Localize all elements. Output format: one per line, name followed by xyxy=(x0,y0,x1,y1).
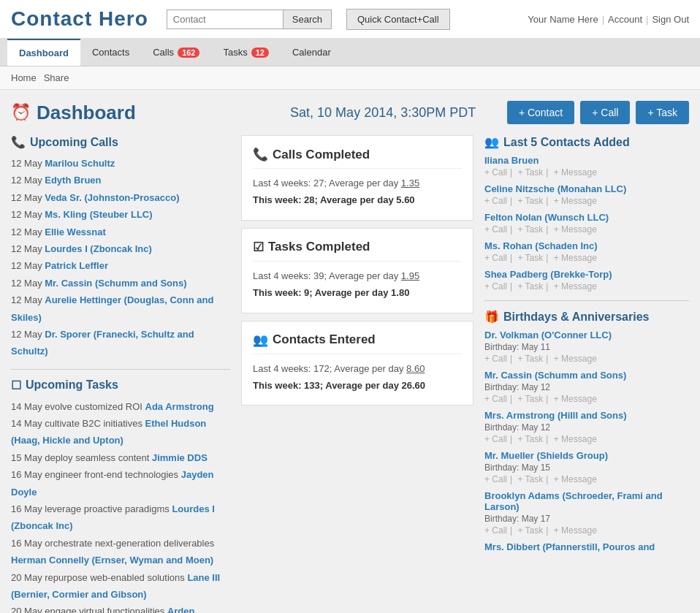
call-action[interactable]: + Call xyxy=(484,354,507,364)
calls-stat1: Last 4 weeks: 27; Average per day 1.35 xyxy=(253,175,462,191)
contact-actions: + Call| + Task| + Message xyxy=(484,474,689,484)
add-contact-button[interactable]: + Contact xyxy=(507,101,574,124)
call-action[interactable]: + Call xyxy=(484,281,507,292)
breadcrumb: Home Share xyxy=(0,66,700,90)
middle-column: 📞 Calls Completed Last 4 weeks: 27; Aver… xyxy=(241,135,473,413)
message-action[interactable]: + Message xyxy=(554,167,597,178)
contact-name-link[interactable]: Celine Nitzsche (Monahan LLC) xyxy=(484,183,689,194)
add-call-button[interactable]: + Call xyxy=(580,101,630,124)
checkmark-icon: ☑ xyxy=(253,240,264,255)
upcoming-calls-title: 📞 Upcoming Calls xyxy=(11,135,230,149)
birthday-item: Dr. Volkman (O'Conner LLC) Birthday: May… xyxy=(484,330,689,364)
separator: | xyxy=(646,14,648,25)
quick-contact-call-button[interactable]: Quick Contact+Call xyxy=(346,9,450,30)
call-action[interactable]: + Call xyxy=(484,525,507,536)
birthday-date: Birthday: May 12 xyxy=(484,382,689,392)
task-action[interactable]: + Task xyxy=(517,525,543,536)
message-action[interactable]: + Message xyxy=(554,354,597,364)
calls-completed-title: 📞 Calls Completed xyxy=(253,147,462,169)
user-nav: Your Name Here | Account | Sign Out xyxy=(528,14,689,25)
call-action[interactable]: + Call xyxy=(484,224,507,235)
list-item: 12 May Aurelie Hettinger (Douglas, Conn … xyxy=(11,292,230,326)
task-action[interactable]: + Task xyxy=(517,224,543,235)
birthday-item: Mrs. Armstrong (Hilll and Sons) Birthday… xyxy=(484,410,689,444)
contact-name-link[interactable]: Mrs. Armstrong (Hilll and Sons) xyxy=(484,410,689,421)
add-task-button[interactable]: + Task xyxy=(636,101,689,124)
task-action[interactable]: + Task xyxy=(517,281,543,292)
birthdays-title: 🎁 Birthdays & Anniversaries xyxy=(484,310,689,324)
contacts-entered-box: 👥 Contacts Entered Last 4 weeks: 172; Av… xyxy=(241,321,473,406)
search-input[interactable] xyxy=(167,9,284,29)
message-action[interactable]: + Message xyxy=(554,253,597,263)
message-action[interactable]: + Message xyxy=(554,394,597,404)
contact-link[interactable]: Ada Armstrong xyxy=(145,401,214,412)
call-action[interactable]: + Call xyxy=(484,196,507,206)
tab-calls[interactable]: Calls 162 xyxy=(141,39,211,65)
contact-name-link[interactable]: Mrs. Dibbert (Pfannerstill, Pouros and xyxy=(484,541,689,552)
task-checkbox-icon: ☐ xyxy=(11,378,21,392)
contact-name-link[interactable]: Brooklyn Adams (Schroeder, Frami and Lar… xyxy=(484,490,689,512)
tasks-stat1: Last 4 weeks: 39; Average per day 1.95 xyxy=(253,267,462,284)
list-item: 20 May repurpose web-enabled solutions L… xyxy=(11,569,230,604)
tab-dashboard[interactable]: Dashboard xyxy=(7,39,80,66)
right-column: 👥 Last 5 Contacts Added Iliana Bruen + C… xyxy=(484,135,689,557)
contact-link[interactable]: Herman Connelly (Ernser, Wyman and Moen) xyxy=(11,555,213,566)
message-action[interactable]: + Message xyxy=(554,224,597,235)
task-action[interactable]: + Task xyxy=(517,167,543,178)
contact-link[interactable]: Veda Sr. (Johnston-Prosacco) xyxy=(45,192,179,203)
list-item: 12 May Patrick Leffler xyxy=(11,257,230,274)
contact-name-link[interactable]: Mr. Cassin (Schumm and Sons) xyxy=(484,370,689,381)
contact-actions: + Call| + Task| + Message xyxy=(484,253,689,263)
contacts-stat2: This week: 133; Average per day 26.60 xyxy=(253,377,462,394)
birthday-item: Mr. Mueller (Shields Group) Birthday: Ma… xyxy=(484,450,689,484)
message-action[interactable]: + Message xyxy=(554,196,597,206)
breadcrumb-share[interactable]: Share xyxy=(44,72,69,83)
contacts-entered-title: 👥 Contacts Entered xyxy=(253,332,462,354)
contact-actions: + Call| + Task| + Message xyxy=(484,394,689,404)
call-action[interactable]: + Call xyxy=(484,394,507,404)
list-item: 12 May Veda Sr. (Johnston-Prosacco) xyxy=(11,189,230,206)
contact-link[interactable]: Marilou Schultz xyxy=(45,158,115,169)
contact-name-link[interactable]: Ms. Rohan (Schaden Inc) xyxy=(484,240,689,251)
list-item: 15 May deploy seamless content Jimmie DD… xyxy=(11,449,230,466)
breadcrumb-home[interactable]: Home xyxy=(11,72,37,83)
contact-name-link[interactable]: Felton Nolan (Wunsch LLC) xyxy=(484,212,689,223)
contact-link[interactable]: Mr. Cassin (Schumm and Sons) xyxy=(45,278,186,289)
contact-link[interactable]: Lourdes I (Zboncak Inc) xyxy=(45,243,152,254)
tab-contacts[interactable]: Contacts xyxy=(80,39,141,65)
call-action[interactable]: + Call xyxy=(484,253,507,263)
call-action[interactable]: + Call xyxy=(484,167,507,178)
signout-link[interactable]: Sign Out xyxy=(652,14,689,25)
task-action[interactable]: + Task xyxy=(517,434,543,444)
contact-name-link[interactable]: Shea Padberg (Brekke-Torp) xyxy=(484,269,689,280)
message-action[interactable]: + Message xyxy=(554,434,597,444)
message-action[interactable]: + Message xyxy=(554,474,597,484)
task-action[interactable]: + Task xyxy=(517,474,543,484)
message-action[interactable]: + Message xyxy=(554,525,597,536)
contact-name-link[interactable]: Dr. Volkman (O'Conner LLC) xyxy=(484,330,689,340)
search-button[interactable]: Search xyxy=(284,9,332,29)
last5-title: 👥 Last 5 Contacts Added xyxy=(484,135,689,149)
call-action[interactable]: + Call xyxy=(484,434,507,444)
tab-tasks[interactable]: Tasks 12 xyxy=(211,39,280,65)
contact-link[interactable]: Ms. Kling (Steuber LLC) xyxy=(45,209,152,220)
call-action[interactable]: + Call xyxy=(484,474,507,484)
header: Contact Hero Search Quick Contact+Call Y… xyxy=(0,0,700,39)
contact-link[interactable]: Arden xyxy=(167,606,195,613)
task-action[interactable]: + Task xyxy=(517,253,543,263)
contact-link[interactable]: Jimmie DDS xyxy=(152,452,208,463)
task-action[interactable]: + Task xyxy=(517,394,543,404)
account-link[interactable]: Account xyxy=(608,14,642,25)
calls-completed-box: 📞 Calls Completed Last 4 weeks: 27; Aver… xyxy=(241,135,473,221)
task-action[interactable]: + Task xyxy=(517,196,543,206)
task-action[interactable]: + Task xyxy=(517,354,543,364)
people-icon-2: 👥 xyxy=(484,135,499,149)
contact-name-link[interactable]: Iliana Bruen xyxy=(484,155,689,166)
dashboard-actions: + Contact + Call + Task xyxy=(507,101,689,124)
contact-link[interactable]: Patrick Leffler xyxy=(45,260,108,271)
contact-name-link[interactable]: Mr. Mueller (Shields Group) xyxy=(484,450,689,461)
contact-link[interactable]: Edyth Bruen xyxy=(45,175,101,186)
tab-calendar[interactable]: Calendar xyxy=(281,39,343,65)
contact-link[interactable]: Ellie Wessnat xyxy=(45,226,106,237)
message-action[interactable]: + Message xyxy=(554,281,597,292)
